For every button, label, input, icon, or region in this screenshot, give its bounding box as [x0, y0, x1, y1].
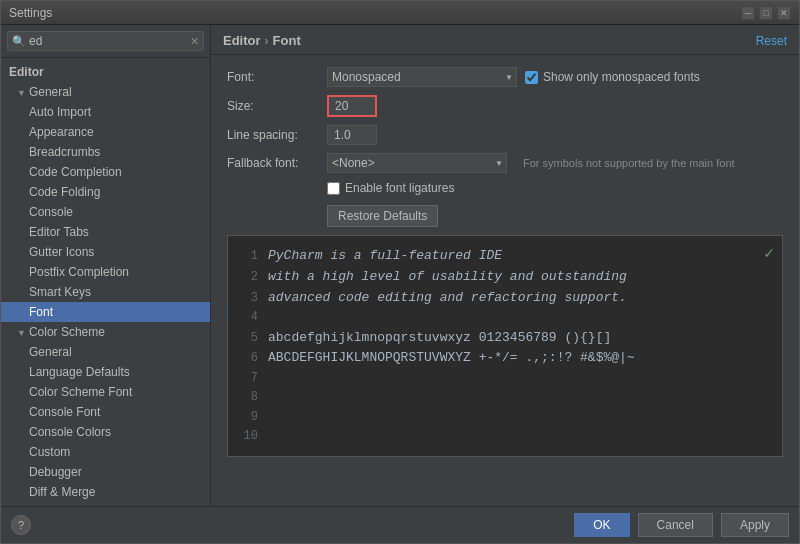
breadcrumb-separator: ›: [265, 34, 269, 48]
preview-line-9: 9: [242, 408, 768, 427]
title-bar-left: Settings: [9, 6, 52, 20]
ligatures-checkbox[interactable]: [327, 182, 340, 195]
sidebar-item-language-defaults[interactable]: Language Defaults: [1, 362, 210, 382]
breadcrumb-editor: Editor: [223, 33, 261, 48]
sidebar-item-font[interactable]: Font: [1, 302, 210, 322]
preview-line-7: 7: [242, 369, 768, 388]
search-box: 🔍 ✕: [1, 25, 210, 58]
preview-line-5: 5 abcdefghijklmnopqrstuvwxyz 0123456789 …: [242, 328, 768, 349]
fallback-select-wrap: <None>: [327, 153, 507, 173]
dialog-body: 🔍 ✕ Editor ▼General Auto Import Appearan…: [1, 25, 799, 506]
font-row: Font: Monospaced Show only monospaced fo…: [227, 67, 783, 87]
preview-line-4: 4: [242, 308, 768, 327]
line-num-9: 9: [242, 408, 258, 427]
close-button[interactable]: ✕: [777, 6, 791, 20]
sidebar-item-diff-merge[interactable]: Diff & Merge: [1, 482, 210, 502]
content-body: Font: Monospaced Show only monospaced fo…: [211, 55, 799, 506]
bottom-actions: OK Cancel Apply: [574, 513, 789, 537]
sidebar-item-code-completion[interactable]: Code Completion: [1, 162, 210, 182]
font-select-wrap: Monospaced: [327, 67, 517, 87]
breadcrumb: Editor › Font: [223, 33, 301, 48]
sidebar-item-gutter-icons[interactable]: Gutter Icons: [1, 242, 210, 262]
line-num-6: 6: [242, 349, 258, 368]
line-spacing-input[interactable]: [327, 125, 377, 145]
font-label: Font:: [227, 70, 327, 84]
fallback-font-select[interactable]: <None>: [327, 153, 507, 173]
line-num-1: 1: [242, 247, 258, 266]
line-num-5: 5: [242, 329, 258, 348]
apply-button[interactable]: Apply: [721, 513, 789, 537]
line-num-4: 4: [242, 308, 258, 327]
font-select[interactable]: Monospaced: [327, 67, 517, 87]
sidebar-item-general[interactable]: ▼General: [1, 82, 210, 102]
line-content-3: advanced code editing and refactoring su…: [268, 288, 627, 309]
sidebar-item-editor-tabs[interactable]: Editor Tabs: [1, 222, 210, 242]
monospaced-checkbox-label[interactable]: Show only monospaced fonts: [525, 70, 700, 84]
line-num-8: 8: [242, 388, 258, 407]
sidebar-item-color-scheme-font[interactable]: Color Scheme Font: [1, 382, 210, 402]
sidebar-item-console-font[interactable]: Console Font: [1, 402, 210, 422]
fallback-font-row: Fallback font: <None> For symbols not su…: [227, 153, 783, 173]
preview-line-3: 3 advanced code editing and refactoring …: [242, 288, 768, 309]
line-num-7: 7: [242, 369, 258, 388]
sidebar-section-editor: Editor: [1, 62, 210, 82]
preview-checkmark: ✓: [764, 242, 774, 268]
sidebar-item-console[interactable]: Console: [1, 202, 210, 222]
line-spacing-label: Line spacing:: [227, 128, 327, 142]
monospaced-checkbox[interactable]: [525, 71, 538, 84]
sidebar-item-appearance[interactable]: Appearance: [1, 122, 210, 142]
ligatures-label: Enable font ligatures: [345, 181, 454, 195]
sidebar-item-console-colors[interactable]: Console Colors: [1, 422, 210, 442]
line-num-3: 3: [242, 289, 258, 308]
preview-line-8: 8: [242, 388, 768, 407]
minimize-button[interactable]: ─: [741, 6, 755, 20]
cancel-button[interactable]: Cancel: [638, 513, 713, 537]
ok-button[interactable]: OK: [574, 513, 629, 537]
sidebar-item-custom[interactable]: Custom: [1, 442, 210, 462]
fallback-controls: <None> For symbols not supported by the …: [327, 153, 735, 173]
line-content-6: ABCDEFGHIJKLMNOPQRSTUVWXYZ +-*/= .,;:!? …: [268, 348, 635, 369]
fallback-hint: For symbols not supported by the main fo…: [523, 157, 735, 169]
preview-line-10: 10: [242, 427, 768, 446]
fallback-font-label: Fallback font:: [227, 156, 327, 170]
sidebar-tree: Editor ▼General Auto Import Appearance B…: [1, 58, 210, 506]
sidebar-item-postfix-completion[interactable]: Postfix Completion: [1, 262, 210, 282]
line-num-2: 2: [242, 268, 258, 287]
search-clear-icon[interactable]: ✕: [190, 35, 199, 48]
preview-line-2: 2 with a high level of usability and out…: [242, 267, 768, 288]
sidebar-item-color-scheme[interactable]: ▼Color Scheme: [1, 322, 210, 342]
monospaced-label: Show only monospaced fonts: [543, 70, 700, 84]
preview-line-1: 1 PyCharm is a full-featured IDE: [242, 246, 768, 267]
sidebar: 🔍 ✕ Editor ▼General Auto Import Appearan…: [1, 25, 211, 506]
bottom-bar: ? OK Cancel Apply: [1, 506, 799, 543]
maximize-button[interactable]: □: [759, 6, 773, 20]
settings-dialog: Settings ─ □ ✕ 🔍 ✕ Editor ▼General Auto …: [0, 0, 800, 544]
line-content-2: with a high level of usability and outst…: [268, 267, 627, 288]
sidebar-item-debugger[interactable]: Debugger: [1, 462, 210, 482]
ligatures-row: Enable font ligatures: [227, 181, 783, 195]
reset-link[interactable]: Reset: [756, 34, 787, 48]
ligatures-checkbox-label[interactable]: Enable font ligatures: [327, 181, 454, 195]
help-button[interactable]: ?: [11, 515, 31, 535]
sidebar-item-smart-keys[interactable]: Smart Keys: [1, 282, 210, 302]
line-content-5: abcdefghijklmnopqrstuvwxyz 0123456789 ()…: [268, 328, 611, 349]
sidebar-item-cs-general[interactable]: General: [1, 342, 210, 362]
size-label: Size:: [227, 99, 327, 113]
content-panel: Editor › Font Reset Font: Monospaced: [211, 25, 799, 506]
content-header: Editor › Font Reset: [211, 25, 799, 55]
restore-defaults-button[interactable]: Restore Defaults: [327, 205, 438, 227]
sidebar-item-auto-import[interactable]: Auto Import: [1, 102, 210, 122]
title-bar: Settings ─ □ ✕: [1, 1, 799, 25]
size-row: Size:: [227, 95, 783, 117]
search-input[interactable]: [29, 34, 190, 48]
sidebar-item-code-folding[interactable]: Code Folding: [1, 182, 210, 202]
size-input[interactable]: [327, 95, 377, 117]
restore-defaults-row: Restore Defaults: [227, 201, 783, 227]
breadcrumb-font: Font: [273, 33, 301, 48]
preview-area: ✓ 1 PyCharm is a full-featured IDE 2 wit…: [227, 235, 783, 457]
sidebar-item-breadcrumbs[interactable]: Breadcrumbs: [1, 142, 210, 162]
line-spacing-row: Line spacing:: [227, 125, 783, 145]
title-controls: ─ □ ✕: [741, 6, 791, 20]
search-icon: 🔍: [12, 35, 26, 48]
preview-line-6: 6 ABCDEFGHIJKLMNOPQRSTUVWXYZ +-*/= .,;:!…: [242, 348, 768, 369]
